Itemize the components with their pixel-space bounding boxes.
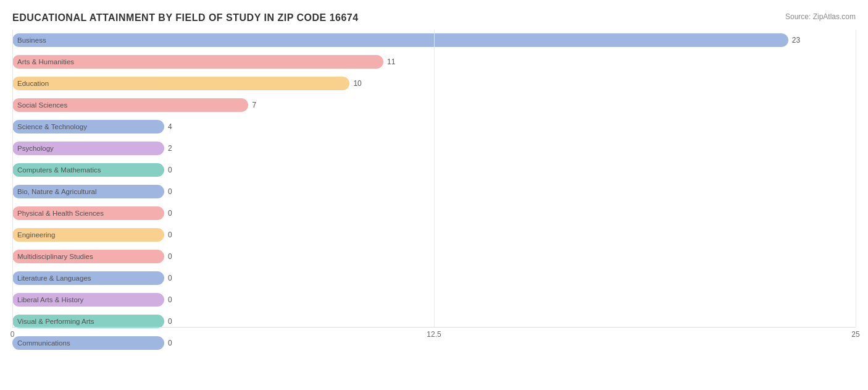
grid-line [12,30,13,327]
bar-value: 2 [168,144,172,153]
chart-area: Business23Arts & Humanities11Education10… [12,30,856,352]
bar: Computers & Mathematics [12,163,164,177]
bar-label: Psychology [17,145,54,152]
bar-value: 23 [792,36,800,45]
bar: Visual & Performing Arts [12,315,164,328]
bar: Science & Technology [12,120,164,134]
bar: Multidisciplinary Studies [12,250,164,263]
bar-value: 0 [168,166,172,174]
bar-label: Liberal Arts & History [17,296,83,303]
bar-value: 0 [168,187,172,196]
bar: Business [12,33,788,47]
bar: Literature & Languages [12,271,164,285]
bar-label: Education [17,80,49,87]
bar: Social Sciences [12,98,248,112]
x-axis-tick: 25 [851,328,859,339]
bar: Education [12,77,349,90]
bar-value: 0 [168,295,172,304]
grid-line [434,30,435,327]
bar-label: Bio, Nature & Agricultural [17,188,96,195]
grid-line [856,30,856,327]
bar: Engineering [12,228,164,242]
bar-label: Science & Technology [17,123,87,130]
bar-value: 0 [168,252,172,261]
bar-label: Engineering [17,231,55,239]
bar-value: 0 [168,317,172,326]
x-axis-tick: 0 [10,328,15,339]
x-axis: 012.525 [12,327,856,352]
bar-value: 0 [168,274,172,282]
bar-label: Multidisciplinary Studies [17,253,93,260]
chart-source: Source: ZipAtlas.com [785,12,856,21]
bar-value: 0 [168,231,172,239]
bar: Bio, Nature & Agricultural [12,185,164,198]
bar-label: Business [17,36,46,44]
bar-value: 0 [168,209,172,218]
bar-label: Computers & Mathematics [17,166,101,174]
bar-label: Physical & Health Sciences [17,210,104,217]
bar-label: Visual & Performing Arts [17,318,94,325]
bar-value: 7 [252,101,256,109]
chart-title: EDUCATIONAL ATTAINMENT BY FIELD OF STUDY… [12,12,856,23]
bar-value: 10 [353,79,361,88]
bar: Arts & Humanities [12,55,383,69]
bar: Liberal Arts & History [12,293,164,307]
bar-label: Social Sciences [17,101,67,109]
x-axis-tick: 12.5 [427,328,441,339]
bar: Physical & Health Sciences [12,206,164,220]
bar: Psychology [12,142,164,155]
chart-container: EDUCATIONAL ATTAINMENT BY FIELD OF STUDY… [0,0,868,390]
bar-label: Arts & Humanities [17,58,74,66]
bar-value: 4 [168,122,172,131]
bar-value: 11 [387,57,395,66]
bar-label: Literature & Languages [17,274,91,282]
